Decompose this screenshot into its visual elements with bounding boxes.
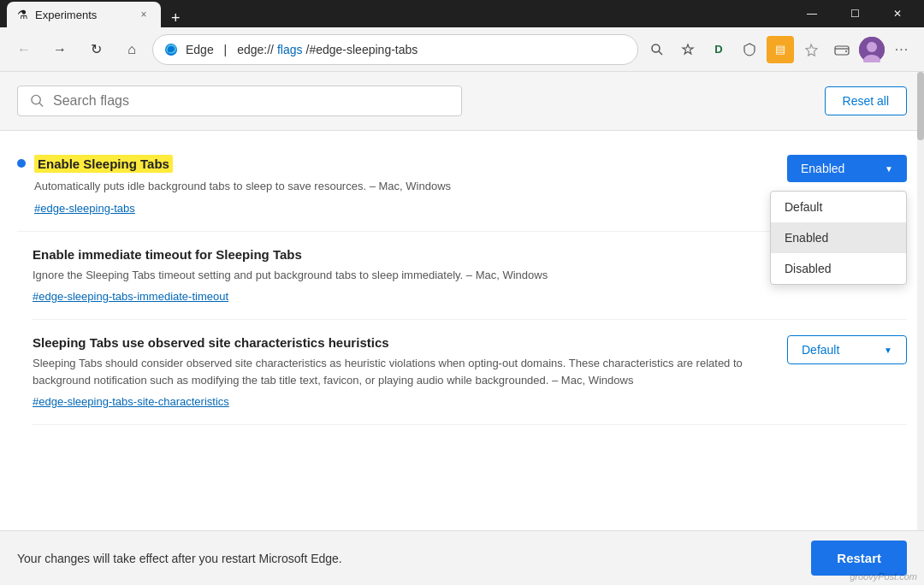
svg-point-1 xyxy=(652,44,660,52)
flag3-title: Sleeping Tabs use observed site characte… xyxy=(33,335,770,350)
doccheck-icon-button[interactable]: D xyxy=(705,36,732,63)
close-window-button[interactable]: ✕ xyxy=(878,0,917,27)
home-button[interactable]: ⌂ xyxy=(116,34,147,65)
flag3-description: Sleeping Tabs should consider observed s… xyxy=(33,355,770,388)
favorites-icon-button[interactable] xyxy=(674,36,702,63)
flag3-content: Sleeping Tabs use observed site characte… xyxy=(33,335,787,409)
flag3-dropdown-button[interactable]: Default ▼ xyxy=(787,335,907,364)
window-controls: — ☐ ✕ xyxy=(792,0,917,27)
wallet-icon-button[interactable] xyxy=(828,36,856,63)
avatar[interactable] xyxy=(859,37,885,62)
flags-container: Reset all Enable Sleeping Tabs Automatic… xyxy=(0,72,924,530)
svg-rect-3 xyxy=(835,46,849,55)
search-icon xyxy=(30,93,44,109)
svg-line-9 xyxy=(39,103,43,106)
tab-area: ⚗ Experiments × + xyxy=(7,0,187,27)
sidebar-icon-button[interactable] xyxy=(797,36,825,63)
flag3-dropdown-arrow: ▼ xyxy=(884,346,892,355)
search-input[interactable] xyxy=(53,93,449,109)
restart-button[interactable]: Restart xyxy=(811,541,907,576)
navbar: ← → ↻ ⌂ Edge | edge://flags/#edge-sleepi… xyxy=(0,27,924,72)
flag-item-sleeping-tabs: Enable Sleeping Tabs Automatically puts … xyxy=(17,139,907,232)
dropdown-option-default[interactable]: Default xyxy=(771,192,906,222)
refresh-button[interactable]: ↻ xyxy=(80,34,111,65)
close-tab-button[interactable]: × xyxy=(137,8,151,21)
svg-point-6 xyxy=(867,42,877,52)
active-tab[interactable]: ⚗ Experiments × xyxy=(7,2,161,27)
flag1-description: Automatically puts idle background tabs … xyxy=(34,178,770,195)
flag3-control: Default ▼ xyxy=(787,335,907,364)
flag1-title: Enable Sleeping Tabs xyxy=(34,155,770,173)
tab-icon: ⚗ xyxy=(17,8,28,21)
forward-icon: → xyxy=(53,42,67,57)
back-icon: ← xyxy=(17,42,31,57)
svg-point-4 xyxy=(845,50,847,52)
flag-item-site-characteristics: Sleeping Tabs use observed site characte… xyxy=(33,320,907,425)
flag1-dropdown-button[interactable]: Enabled ▼ xyxy=(787,155,907,182)
scrollbar[interactable] xyxy=(917,72,924,530)
flag3-link[interactable]: #edge-sleeping-tabs-site-characteristics xyxy=(33,395,229,408)
shield-icon-button[interactable] xyxy=(736,36,763,63)
scrollbar-thumb[interactable] xyxy=(917,72,924,140)
forward-button[interactable]: → xyxy=(44,34,75,65)
url-prefix: edge:// xyxy=(237,43,274,56)
url-flags: flags xyxy=(277,43,303,56)
new-tab-button[interactable]: + xyxy=(164,9,187,27)
brand-label: Edge xyxy=(186,43,214,56)
footer-bar: Your changes will take effect after you … xyxy=(0,530,924,585)
flag1-link[interactable]: #edge-sleeping-tabs xyxy=(34,202,135,215)
flag1-content: Enable Sleeping Tabs Automatically puts … xyxy=(34,155,787,216)
flag1-dropdown-arrow: ▼ xyxy=(885,164,893,174)
flag1-control: Enabled ▼ Default Enabled Disabled xyxy=(787,155,907,182)
home-icon: ⌂ xyxy=(127,42,136,57)
dropdown-option-disabled[interactable]: Disabled xyxy=(771,253,906,284)
refresh-icon: ↻ xyxy=(91,41,102,57)
flags-list: Enable Sleeping Tabs Automatically puts … xyxy=(0,131,924,475)
flag1-title-text: Enable Sleeping Tabs xyxy=(34,155,173,173)
svg-line-2 xyxy=(659,51,662,55)
watermark: groovyPost.com xyxy=(850,571,917,582)
url-hash: /#edge-sleeping-tabs xyxy=(306,43,418,56)
titlebar: ⚗ Experiments × + — ☐ ✕ xyxy=(0,0,924,27)
flag2-link[interactable]: #edge-sleeping-tabs-immediate-timeout xyxy=(33,290,228,303)
address-bar[interactable]: Edge | edge://flags/#edge-sleeping-tabs xyxy=(152,34,638,65)
back-button[interactable]: ← xyxy=(9,34,39,65)
flags-header: Reset all xyxy=(0,72,924,131)
footer-text: Your changes will take effect after you … xyxy=(17,552,342,565)
flag1-dropdown-menu: Default Enabled Disabled xyxy=(770,191,907,285)
flag1-dropdown-value: Enabled xyxy=(801,162,844,175)
more-options-button[interactable]: ··· xyxy=(888,36,915,63)
flag2-description: Ignore the Sleeping Tabs timeout setting… xyxy=(33,267,770,284)
reset-all-button[interactable]: Reset all xyxy=(825,86,907,115)
search-icon-button[interactable] xyxy=(643,36,671,63)
svg-point-8 xyxy=(32,95,40,103)
collections-icon-button[interactable]: ▤ xyxy=(767,36,794,63)
separator: | xyxy=(224,43,228,56)
flag3-dropdown-value: Default xyxy=(802,343,839,357)
tab-label: Experiments xyxy=(35,9,97,21)
maximize-button[interactable]: ☐ xyxy=(835,0,874,27)
nav-icons: D ▤ ··· xyxy=(643,36,915,63)
flag2-title: Enable immediate timeout for Sleeping Ta… xyxy=(33,247,770,262)
search-wrapper[interactable] xyxy=(17,86,462,116)
minimize-button[interactable]: — xyxy=(792,0,832,27)
address-text: Edge | edge://flags/#edge-sleeping-tabs xyxy=(186,43,418,56)
flag-dot xyxy=(17,159,26,168)
dropdown-option-enabled[interactable]: Enabled xyxy=(771,222,906,253)
edge-logo-icon xyxy=(163,42,179,57)
flag2-content: Enable immediate timeout for Sleeping Ta… xyxy=(33,247,787,304)
main-content: Reset all Enable Sleeping Tabs Automatic… xyxy=(0,72,924,585)
